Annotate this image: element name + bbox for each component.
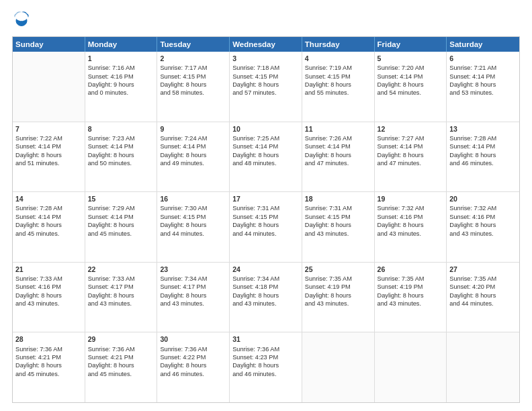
cell-info-line: and 45 minutes.: [15, 230, 82, 238]
cell-info-line: Daylight: 8 hours: [305, 291, 371, 300]
cell-info-line: Sunset: 4:14 PM: [449, 142, 517, 150]
cell-info-line: Sunset: 4:19 PM: [305, 283, 371, 291]
cell-date-number: 7: [15, 124, 82, 134]
cell-info-line: Sunset: 4:16 PM: [15, 283, 82, 291]
cell-date-number: 19: [378, 194, 444, 203]
cell-info-line: and 44 minutes.: [449, 300, 517, 308]
logo: [12, 11, 32, 30]
cell-info-line: Sunrise: 7:19 AM: [305, 64, 371, 72]
cell-info-line: Daylight: 8 hours: [160, 361, 226, 369]
cell-info-line: Daylight: 8 hours: [88, 361, 154, 369]
cell-info-line: Daylight: 8 hours: [378, 81, 444, 89]
calendar-cell: 5Sunrise: 7:20 AMSunset: 4:14 PMDaylight…: [375, 52, 447, 122]
cell-date-number: 28: [15, 334, 82, 344]
cell-info-line: Daylight: 8 hours: [160, 221, 226, 229]
cell-info-line: and 43 minutes.: [305, 230, 371, 238]
cell-info-line: Sunset: 4:15 PM: [232, 213, 299, 221]
calendar-cell: 27Sunrise: 7:35 AMSunset: 4:20 PMDayligh…: [447, 263, 519, 332]
cell-info-line: Sunset: 4:14 PM: [232, 142, 299, 150]
calendar-cell: 26Sunrise: 7:35 AMSunset: 4:19 PMDayligh…: [375, 263, 447, 332]
cell-info-line: Sunrise: 7:36 AM: [15, 345, 82, 353]
cell-info-line: and 45 minutes.: [15, 370, 82, 378]
cell-info-line: Daylight: 8 hours: [15, 221, 82, 229]
cell-info-line: and 46 minutes.: [160, 370, 226, 378]
cell-info-line: and 44 minutes.: [232, 230, 299, 238]
calendar-cell: 8Sunrise: 7:23 AMSunset: 4:14 PMDaylight…: [85, 122, 158, 192]
cell-info-line: Sunrise: 7:25 AM: [232, 134, 299, 142]
cell-info-line: Sunrise: 7:35 AM: [305, 275, 371, 283]
calendar-cell: 22Sunrise: 7:33 AMSunset: 4:17 PMDayligh…: [85, 263, 158, 332]
cell-info-line: Daylight: 8 hours: [449, 291, 517, 300]
cell-info-line: Sunrise: 7:26 AM: [305, 134, 371, 142]
day-header-sunday: Sunday: [13, 37, 85, 52]
cell-date-number: 11: [305, 124, 371, 134]
calendar-week-1: 1Sunrise: 7:16 AMSunset: 4:16 PMDaylight…: [13, 52, 519, 122]
cell-info-line: Sunrise: 7:21 AM: [449, 64, 517, 72]
cell-info-line: Daylight: 8 hours: [15, 291, 82, 300]
cell-info-line: Sunset: 4:16 PM: [88, 73, 154, 81]
cell-info-line: Sunrise: 7:35 AM: [449, 275, 517, 283]
cell-info-line: Daylight: 8 hours: [88, 151, 154, 159]
cell-info-line: Sunset: 4:16 PM: [378, 213, 444, 221]
cell-date-number: 15: [88, 194, 154, 203]
calendar-cell: 6Sunrise: 7:21 AMSunset: 4:14 PMDaylight…: [447, 52, 519, 122]
cell-info-line: Sunset: 4:14 PM: [88, 142, 154, 150]
cell-info-line: and 43 minutes.: [160, 300, 226, 308]
cell-info-line: Sunrise: 7:28 AM: [449, 134, 517, 142]
cell-info-line: and 43 minutes.: [305, 300, 371, 308]
cell-info-line: and 50 minutes.: [88, 159, 154, 167]
cell-date-number: 1: [88, 54, 154, 63]
cell-info-line: Sunset: 4:23 PM: [232, 353, 299, 361]
cell-info-line: Sunrise: 7:32 AM: [378, 204, 444, 212]
cell-info-line: Sunset: 4:16 PM: [449, 213, 517, 221]
cell-info-line: Sunset: 4:14 PM: [449, 73, 517, 81]
calendar-week-5: 28Sunrise: 7:36 AMSunset: 4:21 PMDayligh…: [13, 332, 519, 402]
cell-info-line: Daylight: 8 hours: [160, 291, 226, 300]
cell-info-line: Daylight: 8 hours: [15, 151, 82, 159]
calendar-cell: [375, 332, 447, 402]
cell-info-line: and 46 minutes.: [449, 159, 517, 167]
cell-info-line: Daylight: 8 hours: [232, 291, 299, 300]
cell-info-line: and 54 minutes.: [378, 89, 444, 97]
cell-info-line: Sunset: 4:15 PM: [160, 213, 226, 221]
calendar-cell: 24Sunrise: 7:34 AMSunset: 4:18 PMDayligh…: [230, 263, 302, 332]
cell-info-line: Sunrise: 7:31 AM: [232, 204, 299, 212]
cell-info-line: Daylight: 9 hours: [88, 81, 154, 89]
cell-date-number: 21: [15, 265, 82, 274]
calendar-week-2: 7Sunrise: 7:22 AMSunset: 4:14 PMDaylight…: [13, 122, 519, 192]
cell-info-line: and 45 minutes.: [88, 230, 154, 238]
cell-info-line: and 44 minutes.: [160, 230, 226, 238]
cell-info-line: Daylight: 8 hours: [305, 151, 371, 159]
cell-info-line: Sunrise: 7:20 AM: [378, 64, 444, 72]
cell-date-number: 6: [449, 54, 517, 63]
calendar-cell: 16Sunrise: 7:30 AMSunset: 4:15 PMDayligh…: [157, 192, 230, 262]
calendar: SundayMondayTuesdayWednesdayThursdayFrid…: [12, 36, 520, 403]
calendar-body: 1Sunrise: 7:16 AMSunset: 4:16 PMDaylight…: [13, 52, 519, 402]
cell-info-line: and 45 minutes.: [88, 370, 154, 378]
cell-info-line: Sunset: 4:17 PM: [88, 283, 154, 291]
calendar-cell: 10Sunrise: 7:25 AMSunset: 4:14 PMDayligh…: [230, 122, 302, 192]
cell-info-line: Sunset: 4:22 PM: [160, 353, 226, 361]
cell-info-line: Sunrise: 7:18 AM: [232, 64, 299, 72]
cell-info-line: Sunset: 4:20 PM: [449, 283, 517, 291]
calendar-cell: 23Sunrise: 7:34 AMSunset: 4:17 PMDayligh…: [157, 263, 230, 332]
cell-info-line: Sunset: 4:14 PM: [305, 142, 371, 150]
calendar-cell: 17Sunrise: 7:31 AMSunset: 4:15 PMDayligh…: [230, 192, 302, 262]
cell-info-line: Sunrise: 7:36 AM: [88, 345, 154, 353]
calendar-cell: 18Sunrise: 7:31 AMSunset: 4:15 PMDayligh…: [302, 192, 375, 262]
day-header-friday: Friday: [375, 37, 447, 52]
cell-info-line: Sunrise: 7:36 AM: [232, 345, 299, 353]
cell-info-line: Sunrise: 7:29 AM: [88, 204, 154, 212]
calendar-cell: 25Sunrise: 7:35 AMSunset: 4:19 PMDayligh…: [302, 263, 375, 332]
cell-date-number: 2: [160, 54, 226, 63]
logo-icon: [12, 9, 31, 28]
cell-date-number: 31: [232, 334, 299, 344]
cell-info-line: Daylight: 8 hours: [305, 81, 371, 89]
cell-info-line: Sunset: 4:21 PM: [15, 353, 82, 361]
calendar-cell: 31Sunrise: 7:36 AMSunset: 4:23 PMDayligh…: [230, 332, 302, 402]
cell-info-line: Sunrise: 7:24 AM: [160, 134, 226, 142]
cell-info-line: and 43 minutes.: [378, 230, 444, 238]
calendar-cell: 11Sunrise: 7:26 AMSunset: 4:14 PMDayligh…: [302, 122, 375, 192]
cell-info-line: and 46 minutes.: [232, 370, 299, 378]
cell-info-line: and 48 minutes.: [232, 159, 299, 167]
